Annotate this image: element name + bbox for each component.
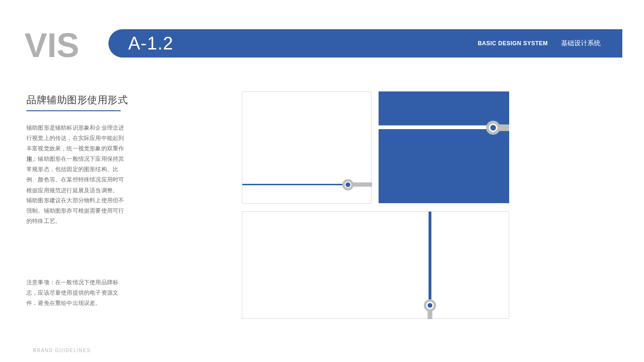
graphic-node-icon — [424, 299, 436, 312]
paragraph-3: 辅助图形建议在大部分物料上使用但不强制。辅助图形亦可根据需要使用可行的特殊工艺。 — [26, 195, 125, 227]
section-code: A-1.2 — [128, 33, 173, 54]
graphic-node-icon — [486, 121, 500, 135]
graphic-blue-block-bottom — [379, 129, 509, 203]
system-label-en: BASIC DESIGN SYSTEM — [478, 40, 548, 47]
vis-logo: VIS — [25, 28, 79, 62]
section-title: 品牌辅助图形使用形式 — [26, 93, 128, 107]
notes: 注意事项：在一般情况下使用品牌标志，应该尽量使用提供的电子资源文件，避免在重绘中… — [26, 277, 125, 309]
footer-label: BRAND GUIDELINES — [33, 348, 91, 353]
graphic-gray-segment — [351, 182, 372, 187]
system-label-cn: 基础设计系统 — [561, 39, 601, 48]
page: VIS A-1.2 BASIC DESIGN SYSTEM 基础设计系统 品牌辅… — [0, 0, 644, 362]
header-right-labels: BASIC DESIGN SYSTEM 基础设计系统 — [478, 39, 601, 48]
graphic-node-icon — [342, 179, 354, 190]
graphic-blue-block-top — [379, 91, 509, 125]
example-panel-horizontal-light — [242, 91, 372, 204]
title-underline — [26, 110, 121, 111]
example-panel-horizontal-filled — [379, 91, 509, 203]
example-panel-vertical — [242, 211, 509, 319]
header-bar: A-1.2 BASIC DESIGN SYSTEM 基础设计系统 — [108, 29, 622, 58]
paragraph-2: 注：辅助图形在一般情况下应用保持其常规形态，包括固定的图形结构、比例、颜色等。在… — [26, 154, 125, 196]
